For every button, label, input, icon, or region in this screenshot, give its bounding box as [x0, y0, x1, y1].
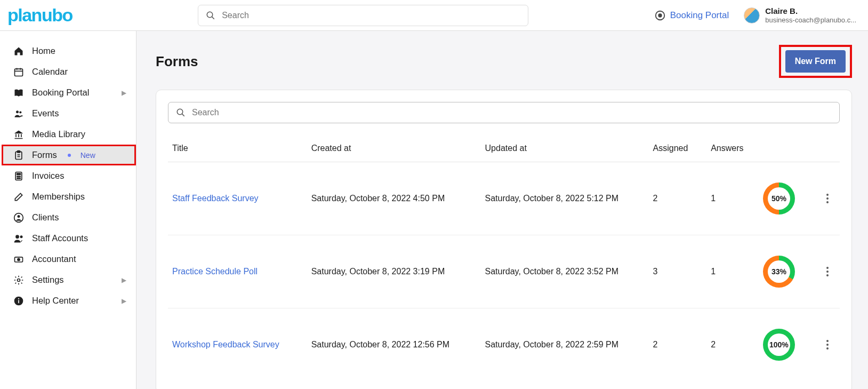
user-menu[interactable]: Claire B. business-coach@planubo.c...	[744, 6, 856, 25]
sidebar-item-label: Home	[32, 46, 55, 56]
sidebar-item-label: Media Library	[32, 129, 85, 139]
svg-rect-4	[15, 69, 23, 76]
sidebar-item-label: Clients	[32, 212, 59, 223]
form-title-link[interactable]: Staff Feedback Survey	[172, 194, 259, 203]
sidebar-item-label: Help Center	[32, 296, 79, 306]
new-form-button[interactable]: New Form	[785, 50, 846, 73]
form-title-link[interactable]: Practice Schedule Poll	[172, 267, 258, 276]
svg-point-0	[207, 12, 213, 18]
col-updated[interactable]: Updated at	[481, 135, 649, 162]
chevron-right-icon: ▶	[122, 89, 126, 97]
topbar: planubo Booking Portal Claire B. busines…	[0, 0, 868, 31]
new-form-highlight: New Form	[779, 45, 852, 78]
row-menu-button[interactable]	[821, 337, 834, 353]
svg-point-3	[658, 13, 662, 17]
svg-point-20	[18, 178, 19, 179]
svg-rect-11	[18, 150, 20, 152]
form-title-link[interactable]: Workshop Feedback Survey	[172, 340, 279, 349]
sidebar-item-label: Forms	[32, 150, 57, 160]
chevron-right-icon: ▶	[122, 297, 126, 305]
sidebar-item-label: Staff Accounts	[32, 233, 88, 243]
booking-portal-label: Booking Portal	[670, 10, 729, 21]
users-icon	[13, 108, 25, 119]
svg-point-18	[20, 176, 21, 177]
progress-donut: 50%	[763, 182, 795, 215]
main-content: Forms New Form Title Created at Updated …	[136, 31, 868, 389]
table-row: Practice Schedule Poll Saturday, October…	[168, 235, 840, 308]
sidebar-item-booking[interactable]: Booking Portal ▶	[3, 82, 136, 103]
cell-created: Saturday, October 8, 2022 4:50 PM	[307, 162, 481, 235]
svg-point-32	[177, 109, 183, 115]
col-progress	[759, 135, 817, 162]
table-search-input[interactable]	[191, 107, 832, 118]
sidebar-item-label: Settings	[32, 275, 64, 285]
row-menu-button[interactable]	[821, 264, 834, 280]
cell-updated: Saturday, October 8, 2022 3:52 PM	[481, 235, 649, 308]
svg-point-16	[17, 176, 18, 177]
page-title: Forms	[156, 53, 198, 70]
sidebar-item-settings[interactable]: Settings ▶	[3, 269, 136, 290]
sidebar-item-staff[interactable]: Staff Accounts	[3, 228, 136, 249]
svg-point-27	[18, 258, 20, 260]
sidebar-item-forms[interactable]: Forms New	[2, 145, 136, 165]
logo-text: planubo	[7, 5, 73, 26]
home-icon	[13, 46, 25, 57]
sidebar-item-clients[interactable]: Clients	[3, 207, 136, 228]
cell-assigned: 2	[649, 308, 707, 382]
table-row: Workshop Feedback Survey Saturday, Octob…	[168, 308, 840, 382]
booking-portal-link[interactable]: Booking Portal	[654, 10, 729, 21]
col-created[interactable]: Created at	[307, 135, 481, 162]
cell-created: Saturday, October 8, 2022 3:19 PM	[307, 235, 481, 308]
row-menu-button[interactable]	[821, 190, 834, 207]
svg-rect-30	[18, 300, 19, 303]
badge-new: New	[81, 151, 95, 160]
edit-icon	[13, 192, 25, 202]
person-icon	[13, 212, 25, 223]
col-menu	[817, 135, 840, 162]
table-row: Staff Feedback Survey Saturday, October …	[168, 162, 840, 235]
sidebar-item-media[interactable]: Media Library	[3, 124, 136, 145]
global-search-input[interactable]	[221, 10, 520, 21]
avatar	[744, 7, 760, 23]
cell-created: Saturday, October 8, 2022 12:56 PM	[307, 308, 481, 382]
info-icon	[13, 296, 25, 306]
svg-point-19	[17, 178, 18, 179]
col-title[interactable]: Title	[168, 135, 307, 162]
staff-icon	[13, 233, 25, 244]
gear-icon	[13, 275, 25, 285]
sidebar-item-label: Memberships	[32, 192, 85, 202]
sidebar-item-label: Invoices	[32, 171, 65, 181]
eye-icon	[654, 10, 666, 21]
calculator-icon	[13, 171, 25, 181]
sidebar-item-accountant[interactable]: Accountant	[3, 249, 136, 269]
sidebar-item-help[interactable]: Help Center ▶	[3, 290, 136, 311]
col-answers[interactable]: Answers	[706, 135, 759, 162]
book-icon	[13, 88, 25, 98]
sidebar-item-home[interactable]: Home	[3, 41, 136, 61]
svg-point-23	[18, 215, 20, 218]
col-assigned[interactable]: Assigned	[649, 135, 707, 162]
bank-icon	[13, 129, 25, 140]
page-header: Forms New Form	[156, 45, 852, 78]
svg-point-17	[18, 176, 19, 177]
sidebar-item-memberships[interactable]: Memberships	[3, 186, 136, 207]
svg-point-31	[18, 298, 19, 299]
sidebar-item-label: Calendar	[32, 67, 68, 77]
cell-updated: Saturday, October 8, 2022 5:12 PM	[481, 162, 649, 235]
table-search[interactable]	[168, 102, 840, 123]
forms-table: Title Created at Updated at Assigned Ans…	[168, 135, 840, 381]
logo[interactable]: planubo	[7, 5, 73, 26]
sidebar-item-calendar[interactable]: Calendar	[3, 61, 136, 82]
calendar-icon	[13, 67, 25, 77]
sidebar-item-events[interactable]: Events	[3, 103, 136, 124]
sidebar: Home Calendar Booking Portal ▶ Events Me…	[0, 31, 136, 389]
user-email: business-coach@planubo.c...	[765, 16, 856, 25]
clipboard-icon	[13, 150, 25, 161]
global-search[interactable]	[198, 5, 528, 26]
search-icon	[176, 108, 186, 117]
sidebar-item-invoices[interactable]: Invoices	[3, 165, 136, 186]
cell-answers: 1	[706, 162, 759, 235]
top-right: Booking Portal Claire B. business-coach@…	[654, 6, 856, 25]
svg-point-21	[20, 178, 21, 179]
cell-answers: 2	[706, 308, 759, 382]
